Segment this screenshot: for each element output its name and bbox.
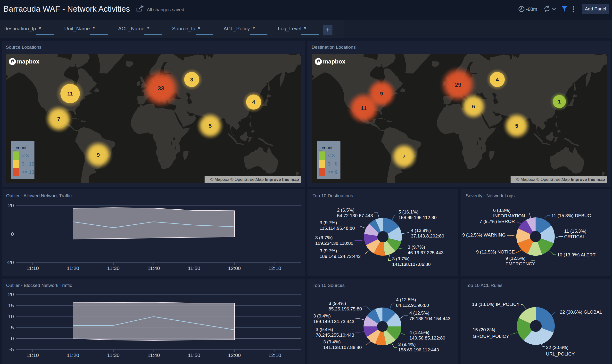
svg-text:5 (16.1%): 5 (16.1%) — [398, 209, 418, 214]
svg-text:11:10: 11:10 — [27, 265, 39, 271]
svg-text:0: 0 — [11, 336, 14, 341]
svg-text:11: 11 — [67, 91, 73, 97]
svg-text:INFORMATION: INFORMATION — [493, 213, 525, 218]
svg-text:9: 9 — [97, 152, 100, 158]
svg-text:11:20: 11:20 — [67, 352, 79, 358]
svg-text:12:10: 12:10 — [268, 265, 281, 271]
svg-text:9: 9 — [380, 91, 383, 97]
svg-text:7: 7 — [403, 153, 405, 159]
svg-text:9 (12.5%): 9 (12.5%) — [505, 256, 525, 261]
svg-text:11:20: 11:20 — [67, 265, 79, 271]
svg-text:22 (30.6%): 22 (30.6%) — [546, 345, 569, 350]
svg-text:11 (15.3%) DEBUG: 11 (15.3%) DEBUG — [551, 213, 591, 218]
svg-text:12:10: 12:10 — [268, 352, 281, 358]
svg-text:3 (9.4%): 3 (9.4%) — [323, 339, 341, 344]
svg-text:mapbox: mapbox — [323, 58, 346, 65]
svg-text:3: 3 — [190, 77, 193, 83]
svg-text:-20: -20 — [7, 260, 14, 265]
svg-text:3 (9.7%): 3 (9.7%) — [392, 256, 410, 261]
svg-text:3 (9.4%): 3 (9.4%) — [398, 342, 416, 347]
svg-text:20: 20 — [8, 292, 14, 297]
svg-text:4 (12.9%): 4 (12.9%) — [411, 228, 431, 233]
svg-text:-5: -5 — [9, 347, 14, 352]
svg-text:22 (30.6%) GLOBAL: 22 (30.6%) GLOBAL — [560, 310, 602, 314]
svg-text:3 (9.4%): 3 (9.4%) — [316, 327, 333, 332]
svg-text:6: 6 — [472, 104, 475, 110]
svg-text:11:40: 11:40 — [148, 352, 160, 358]
svg-text:15: 15 — [8, 303, 14, 308]
svg-text:3 (9.7%): 3 (9.7%) — [315, 235, 333, 240]
svg-text:2 (6.5%): 2 (6.5%) — [337, 208, 355, 212]
svg-text:9 (12.5%) WARNING: 9 (12.5%) WARNING — [462, 233, 506, 237]
svg-text:GROUP_POLICY: GROUP_POLICY — [473, 334, 509, 339]
svg-text:20: 20 — [8, 203, 14, 208]
svg-text:11: 11 — [361, 105, 366, 111]
svg-text:84.112.91.96:80: 84.112.91.96:80 — [396, 303, 429, 308]
svg-text:3 (9.7%): 3 (9.7%) — [408, 245, 425, 250]
svg-text:9 (12.5%) NOTICE: 9 (12.5%) NOTICE — [476, 249, 515, 254]
svg-text:11:30: 11:30 — [107, 352, 120, 358]
svg-text:141.138.107.86:80: 141.138.107.86:80 — [323, 345, 362, 350]
svg-text:11:40: 11:40 — [148, 265, 160, 271]
svg-text:46.19.67.225:443: 46.19.67.225:443 — [408, 250, 444, 255]
svg-text:189.149.124.73:443: 189.149.124.73:443 — [313, 319, 354, 324]
svg-text:EMERGENCY: EMERGENCY — [505, 261, 535, 266]
svg-text:13 (18.1%) IP_POLICY: 13 (18.1%) IP_POLICY — [472, 302, 520, 307]
svg-text:11:30: 11:30 — [107, 265, 120, 271]
svg-text:3 (9.4%): 3 (9.4%) — [329, 301, 346, 306]
svg-text:3 (9.7%): 3 (9.7%) — [320, 220, 337, 225]
svg-text:11:50: 11:50 — [188, 265, 200, 271]
svg-text:115.114.95.48:80: 115.114.95.48:80 — [320, 226, 355, 231]
svg-text:URL_POLICY: URL_POLICY — [546, 351, 575, 357]
svg-text:7 (9.7%) ERROR: 7 (9.7%) ERROR — [479, 219, 515, 224]
svg-text:15 (20.8%): 15 (20.8%) — [473, 327, 495, 332]
svg-text:10 (13.9%) ALERT: 10 (13.9%) ALERT — [557, 252, 596, 257]
svg-text:33: 33 — [158, 85, 164, 91]
svg-text:158.69.196.112:443: 158.69.196.112:443 — [398, 347, 439, 352]
svg-text:7: 7 — [57, 116, 60, 122]
svg-text:11 (15.3%): 11 (15.3%) — [564, 229, 586, 234]
svg-text:5: 5 — [11, 325, 14, 330]
svg-text:109.234.38.118:80: 109.234.38.118:80 — [315, 241, 353, 246]
svg-text:158.69.196.112:80: 158.69.196.112:80 — [398, 215, 437, 220]
svg-text:1: 1 — [558, 99, 561, 105]
svg-text:4 (12.5%): 4 (12.5%) — [409, 311, 429, 315]
svg-text:4 (12.5%): 4 (12.5%) — [409, 330, 429, 335]
svg-text:CRITICAL: CRITICAL — [564, 234, 585, 239]
svg-text:3 (9.4%): 3 (9.4%) — [313, 313, 331, 318]
svg-text:78.188.104.154:443: 78.188.104.154:443 — [409, 316, 450, 321]
svg-text:37.143.8.202:80: 37.143.8.202:80 — [411, 233, 444, 238]
svg-text:189.149.124.73:443: 189.149.124.73:443 — [320, 254, 361, 259]
svg-text:mapbox: mapbox — [17, 58, 40, 65]
svg-text:11:10: 11:10 — [27, 352, 39, 358]
svg-text:85.25.196.75:80: 85.25.196.75:80 — [329, 306, 362, 312]
svg-text:149.56.85.122:80: 149.56.85.122:80 — [409, 335, 445, 340]
svg-text:5: 5 — [515, 123, 518, 129]
svg-text:0: 0 — [11, 231, 14, 237]
svg-text:4: 4 — [252, 99, 255, 105]
svg-text:4 (12.5%): 4 (12.5%) — [396, 297, 416, 302]
svg-text:12:00: 12:00 — [228, 265, 241, 271]
svg-text:11:50: 11:50 — [188, 352, 200, 358]
svg-text:4: 4 — [496, 77, 499, 83]
svg-text:3 (9.7%): 3 (9.7%) — [320, 248, 337, 253]
svg-text:78.245.255.10:443: 78.245.255.10:443 — [316, 333, 354, 338]
svg-text:29: 29 — [455, 81, 461, 88]
svg-text:5: 5 — [209, 123, 212, 129]
svg-text:6 (8.3%): 6 (8.3%) — [493, 208, 511, 213]
svg-text:10: 10 — [8, 313, 14, 319]
svg-text:141.138.107.86:80: 141.138.107.86:80 — [392, 262, 431, 267]
svg-text:54.72.130.67:443: 54.72.130.67:443 — [337, 213, 373, 218]
svg-text:12:00: 12:00 — [228, 352, 241, 358]
